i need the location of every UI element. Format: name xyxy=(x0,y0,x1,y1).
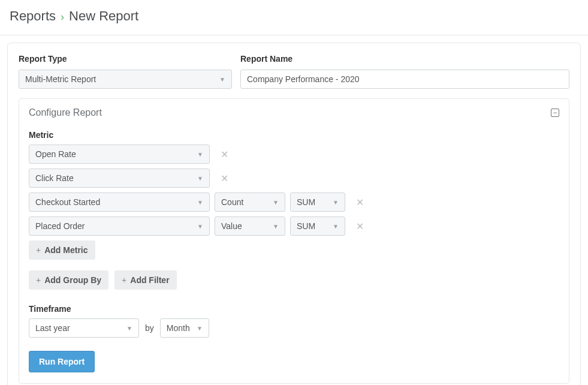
metric-row: Click Rate ▼ ✕ xyxy=(29,169,559,188)
metric-value: Click Rate xyxy=(35,173,74,183)
metric-label: Metric xyxy=(29,130,559,140)
metric-select[interactable]: Open Rate ▼ xyxy=(29,145,210,164)
caret-down-icon: ▼ xyxy=(333,223,339,230)
caret-down-icon: ▼ xyxy=(197,325,203,332)
report-panel: Report Type Multi-Metric Report ▼ Report… xyxy=(7,43,581,385)
timeframe-unit-value: Month xyxy=(167,323,190,333)
measure-select[interactable]: Value ▼ xyxy=(215,216,285,236)
aggregation-value: SUM xyxy=(297,197,315,207)
aggregation-select[interactable]: SUM ▼ xyxy=(290,192,345,212)
plus-icon: + xyxy=(36,275,41,285)
report-name-label: Report Name xyxy=(240,54,569,64)
close-icon: ✕ xyxy=(356,221,364,232)
remove-metric-button[interactable]: ✕ xyxy=(352,219,367,233)
caret-down-icon: ▼ xyxy=(333,199,339,206)
report-type-value: Multi-Metric Report xyxy=(25,74,96,84)
chevron-right-icon: › xyxy=(61,11,64,23)
run-report-label: Run Report xyxy=(39,357,85,366)
remove-metric-button[interactable]: ✕ xyxy=(217,147,231,161)
caret-down-icon: ▼ xyxy=(273,199,279,206)
metric-value: Placed Order xyxy=(35,221,85,231)
measure-value: Count xyxy=(221,197,243,207)
metric-row: Open Rate ▼ ✕ xyxy=(29,145,559,164)
measure-value: Value xyxy=(221,221,242,231)
configure-report-section: Configure Report − Metric Open Rate ▼ ✕ xyxy=(19,98,569,384)
by-label: by xyxy=(145,323,154,333)
collapse-toggle[interactable]: − xyxy=(551,109,559,117)
breadcrumb-root[interactable]: Reports xyxy=(10,8,56,24)
plus-icon: + xyxy=(122,275,126,285)
timeframe-unit-select[interactable]: Month ▼ xyxy=(160,318,209,338)
breadcrumb: Reports › New Report xyxy=(10,8,578,24)
remove-metric-button[interactable]: ✕ xyxy=(352,195,367,209)
caret-down-icon: ▼ xyxy=(197,199,203,206)
caret-down-icon: ▼ xyxy=(197,151,203,158)
report-type-label: Report Type xyxy=(19,54,232,64)
close-icon: ✕ xyxy=(356,197,364,208)
metric-value: Checkout Started xyxy=(35,197,100,207)
report-name-input[interactable] xyxy=(240,70,569,89)
timeframe-label: Timeframe xyxy=(29,304,559,314)
timeframe-range-value: Last year xyxy=(35,323,70,333)
report-type-select[interactable]: Multi-Metric Report ▼ xyxy=(19,70,232,89)
caret-down-icon: ▼ xyxy=(197,175,203,182)
add-metric-button[interactable]: + Add Metric xyxy=(29,240,95,260)
minus-icon: − xyxy=(553,109,557,116)
add-filter-label: Add Filter xyxy=(130,275,169,285)
report-name-field[interactable] xyxy=(247,74,563,84)
metric-value: Open Rate xyxy=(35,149,76,159)
metric-select[interactable]: Checkout Started ▼ xyxy=(29,192,210,212)
run-report-button[interactable]: Run Report xyxy=(29,351,95,372)
metric-select[interactable]: Click Rate ▼ xyxy=(29,169,210,188)
close-icon: ✕ xyxy=(221,149,228,160)
metric-row: Placed Order ▼ Value ▼ SUM ▼ ✕ xyxy=(29,216,559,236)
caret-down-icon: ▼ xyxy=(273,223,279,230)
timeframe-range-select[interactable]: Last year ▼ xyxy=(29,318,139,338)
plus-icon: + xyxy=(36,245,41,255)
metric-row: Checkout Started ▼ Count ▼ SUM ▼ ✕ xyxy=(29,192,559,212)
metric-select[interactable]: Placed Order ▼ xyxy=(29,216,210,236)
caret-down-icon: ▼ xyxy=(197,223,203,230)
aggregation-select[interactable]: SUM ▼ xyxy=(290,216,345,236)
caret-down-icon: ▼ xyxy=(126,325,132,332)
add-filter-button[interactable]: + Add Filter xyxy=(114,270,177,290)
add-group-by-label: Add Group By xyxy=(44,275,101,285)
close-icon: ✕ xyxy=(221,173,228,184)
caret-down-icon: ▼ xyxy=(219,76,225,83)
measure-select[interactable]: Count ▼ xyxy=(215,192,285,212)
configure-report-title: Configure Report xyxy=(29,107,102,118)
breadcrumb-current: New Report xyxy=(69,8,138,24)
remove-metric-button[interactable]: ✕ xyxy=(217,171,231,185)
aggregation-value: SUM xyxy=(297,221,315,231)
add-metric-label: Add Metric xyxy=(44,245,88,255)
add-group-by-button[interactable]: + Add Group By xyxy=(29,270,108,290)
